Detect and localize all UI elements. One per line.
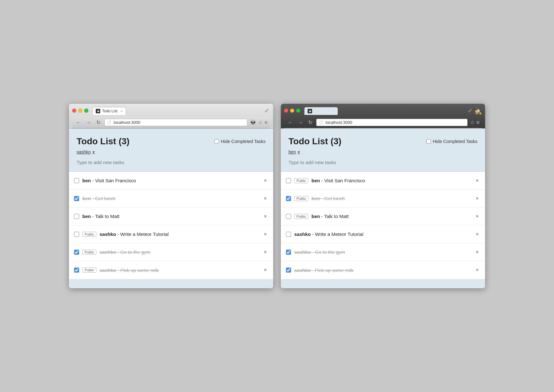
left-reddit-icon[interactable]: 👽 [250, 119, 256, 125]
left-app-content: Todo List (3) Hide Completed Tasks sashk… [69, 129, 273, 288]
right-task-item-2: Public ben - Get lunch × [281, 190, 485, 207]
right-task-4-text: sashko - Write a Meteor Tutorial [294, 231, 471, 237]
right-menu-icon[interactable]: ≡ [476, 120, 479, 125]
right-task-item-4: sashko - Write a Meteor Tutorial × [281, 225, 485, 243]
right-task-1-public-badge: Public [294, 178, 308, 183]
right-task-4-delete-btn[interactable]: × [475, 231, 480, 238]
left-window-controls [72, 109, 88, 113]
left-reload-btn[interactable]: ↻ [95, 119, 102, 126]
left-page-icon: 📄 [107, 120, 112, 124]
right-active-tab[interactable]: ★ Todo List × [304, 107, 338, 115]
left-new-task-input[interactable] [77, 158, 266, 166]
left-task-3-owner: ben [82, 214, 91, 219]
right-hide-completed-checkbox[interactable] [426, 139, 431, 144]
right-reload-btn[interactable]: ↻ [307, 119, 314, 126]
right-task-2-checkbox[interactable] [286, 196, 291, 201]
left-username: sashko [77, 149, 91, 155]
right-address-field[interactable]: 📄 localhost:3000 [316, 119, 468, 126]
right-task-6-owner: sashko [294, 268, 311, 273]
left-task-6-delete-btn[interactable]: × [263, 267, 268, 274]
right-task-1-delete-btn[interactable]: × [475, 177, 480, 184]
right-app-content: Todo List (3) Hide Completed Tasks ben ▼… [281, 129, 485, 288]
right-task-4-owner: sashko [294, 231, 311, 237]
left-task-1-delete-btn[interactable]: × [263, 177, 268, 184]
left-task-2-delete-btn[interactable]: × [263, 195, 268, 202]
left-max-btn[interactable] [84, 109, 88, 113]
right-back-btn[interactable]: ← [287, 119, 294, 126]
right-title-bar-top: ★ Todo List × ⤢ 🕵️ [284, 106, 482, 115]
left-dropdown-arrow-icon: ▼ [92, 150, 95, 154]
right-tab-title: Todo List [314, 109, 329, 113]
left-user-dropdown[interactable]: sashko ▼ [77, 149, 95, 155]
right-task-1-checkbox[interactable] [286, 178, 291, 183]
left-address-field[interactable]: 📄 localhost:3000 [104, 119, 247, 126]
right-fullscreen-icon[interactable]: ⤢ [467, 106, 473, 115]
left-menu-icon[interactable]: ≡ [265, 120, 267, 125]
right-task-5-checkbox[interactable] [286, 250, 291, 255]
right-task-item-5: sashko - Go to the gym × [281, 243, 485, 261]
left-task-6-checkbox[interactable] [74, 268, 79, 273]
right-task-1-text: ben - Visit San Francisco [311, 178, 471, 183]
right-tab-close-btn[interactable]: × [333, 109, 334, 113]
right-close-btn[interactable] [284, 109, 288, 113]
left-title-bar-top: ★ Todo List × ⤢ [72, 106, 270, 115]
right-tabs-row: ★ Todo List × ⤢ 🕵️ [304, 106, 482, 115]
left-task-item-2: ben - Get lunch × [69, 190, 273, 207]
left-close-btn[interactable] [72, 109, 76, 113]
left-task-4-text: sashko - Write a Meteor Tutorial [100, 231, 259, 237]
left-task-1-owner: ben [82, 178, 91, 183]
left-tab-close-btn[interactable]: × [121, 109, 123, 113]
right-max-btn[interactable] [296, 109, 300, 113]
left-task-4-checkbox[interactable] [74, 232, 79, 237]
left-task-5-owner: sashko [100, 249, 116, 255]
right-url-text: localhost:3000 [326, 120, 352, 125]
right-window-controls [284, 109, 300, 113]
right-new-task-input[interactable] [288, 158, 477, 166]
right-browser-window: ★ Todo List × ⤢ 🕵️ ← → ↻ 📄 localhost:300… [281, 104, 485, 288]
left-bookmark-icon[interactable]: ☆ [258, 119, 263, 125]
left-task-2-owner: ben [82, 196, 91, 201]
left-browser-icons: 👽 ☆ ≡ [250, 119, 267, 125]
left-task-6-owner: sashko [100, 268, 116, 273]
left-task-1-checkbox[interactable] [74, 178, 79, 183]
right-app-header: Todo List (3) Hide Completed Tasks ben ▼ [281, 129, 485, 172]
left-min-btn[interactable] [78, 109, 82, 113]
right-min-btn[interactable] [290, 109, 294, 113]
left-back-btn[interactable]: ← [75, 119, 82, 126]
left-task-2-checkbox[interactable] [74, 196, 79, 201]
right-task-6-delete-btn[interactable]: × [475, 267, 480, 274]
left-active-tab[interactable]: ★ Todo List × [92, 107, 126, 115]
right-task-6-checkbox[interactable] [286, 268, 291, 273]
right-bookmark-icon[interactable]: ☆ [470, 119, 475, 125]
right-task-3-delete-btn[interactable]: × [475, 213, 480, 220]
right-hide-completed-label[interactable]: Hide Completed Tasks [426, 139, 477, 144]
left-task-5-checkbox[interactable] [74, 250, 79, 255]
left-task-item-3: ben - Talk to Matt × [69, 207, 273, 225]
left-forward-btn[interactable]: → [85, 119, 93, 126]
left-tab-title: Todo List [102, 109, 117, 113]
left-task-5-delete-btn[interactable]: × [263, 249, 268, 256]
left-header-top-row: Todo List (3) Hide Completed Tasks [77, 136, 266, 147]
right-task-2-delete-btn[interactable]: × [475, 195, 480, 202]
left-task-3-checkbox[interactable] [74, 214, 79, 219]
left-task-4-delete-btn[interactable]: × [263, 231, 268, 238]
right-task-2-owner: ben [311, 196, 320, 201]
left-task-3-delete-btn[interactable]: × [263, 213, 268, 220]
right-user-dropdown[interactable]: ben ▼ [288, 149, 300, 155]
right-task-5-delete-btn[interactable]: × [475, 249, 480, 256]
right-task-4-checkbox[interactable] [286, 232, 291, 237]
left-url-text: localhost:3000 [114, 120, 140, 125]
right-task-3-checkbox[interactable] [286, 214, 291, 219]
left-task-item-4: Public sashko - Write a Meteor Tutorial … [69, 225, 273, 243]
right-username: ben [288, 149, 296, 155]
left-fullscreen-icon[interactable]: ⤢ [263, 106, 270, 115]
right-task-list: Public ben - Visit San Francisco × Publi… [281, 172, 485, 279]
right-task-5-text: sashko - Go to the gym [294, 249, 471, 255]
right-dropdown-arrow-icon: ▼ [297, 150, 300, 154]
left-task-4-public-badge: Public [82, 232, 96, 237]
right-forward-btn[interactable]: → [297, 119, 304, 126]
left-hide-completed-checkbox[interactable] [214, 139, 219, 144]
left-app-header: Todo List (3) Hide Completed Tasks sashk… [69, 129, 273, 172]
right-hide-completed-text: Hide Completed Tasks [433, 139, 477, 144]
left-hide-completed-label[interactable]: Hide Completed Tasks [214, 139, 266, 144]
